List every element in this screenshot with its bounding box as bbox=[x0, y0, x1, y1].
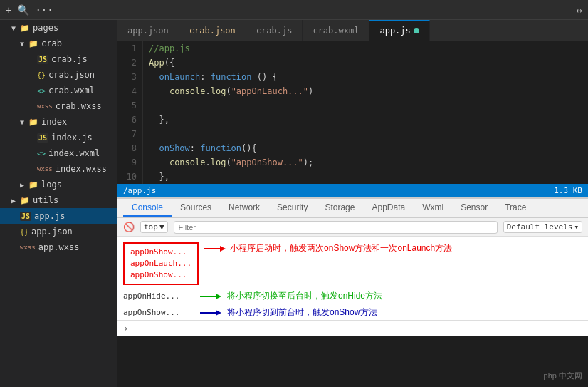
search-icon[interactable]: 🔍 bbox=[17, 4, 29, 16]
line-numbers: 12345 678910 1112131415 bbox=[117, 41, 143, 184]
sidebar-item-index[interactable]: ▼ 📁 index bbox=[0, 114, 117, 130]
json-icon: {} bbox=[37, 71, 46, 79]
arrow-icon: ▼ bbox=[11, 24, 20, 32]
levels-select[interactable]: Default levels ▾ bbox=[503, 221, 582, 233]
context-select[interactable]: top ▼ bbox=[140, 221, 168, 233]
sidebar-item-label: crab.json bbox=[48, 70, 95, 80]
folder-icon: 📁 bbox=[28, 180, 38, 190]
green-arrow-icon bbox=[200, 292, 221, 301]
sidebar-item-label: crab.wxml bbox=[48, 86, 95, 96]
devtools-tab-bar: Console Sources Network Security Storage… bbox=[117, 198, 588, 218]
log-item: appOnShow... bbox=[130, 269, 191, 281]
add-icon[interactable]: + bbox=[6, 4, 11, 16]
sidebar-item-logs[interactable]: ▶ 📁 logs bbox=[0, 177, 117, 192]
main-area: ▼ 📁 pages ▼ 📁 crab JS crab.js {} crab.js… bbox=[0, 20, 588, 387]
sidebar-item-crab[interactable]: ▼ 📁 crab bbox=[0, 36, 117, 51]
tab-app-json[interactable]: app.json bbox=[117, 20, 179, 41]
sidebar-item-crab-json[interactable]: {} crab.json bbox=[0, 67, 117, 83]
sidebar-item-label: logs bbox=[41, 180, 62, 190]
dt-tab-storage[interactable]: Storage bbox=[316, 200, 363, 217]
console-clear-button[interactable]: 🚫 bbox=[123, 222, 135, 232]
tab-app-js[interactable]: app.js bbox=[369, 20, 429, 41]
folder-icon: 📁 bbox=[28, 39, 38, 48]
wxml-icon: <> bbox=[37, 87, 46, 95]
folder-icon: 📁 bbox=[20, 24, 30, 33]
sidebar-item-label: index.wxml bbox=[48, 148, 100, 158]
code-editor: 12345 678910 1112131415 //app.js App({ o… bbox=[117, 41, 588, 184]
annotation-blue: 将小程序切到前台时，触发onShow方法 bbox=[227, 306, 377, 319]
dt-tab-appdata[interactable]: AppData bbox=[363, 200, 414, 217]
sidebar-item-label: app.json bbox=[31, 227, 73, 237]
sidebar-item-app-js[interactable]: JS app.js bbox=[0, 208, 117, 224]
dt-tab-wxml[interactable]: Wxml bbox=[414, 200, 452, 217]
sidebar-item-label: pages bbox=[33, 23, 58, 33]
file-path: /app.js bbox=[123, 186, 156, 195]
sidebar-item-label: index bbox=[41, 117, 67, 127]
wxss-icon: wxss bbox=[37, 165, 53, 172]
filter-input[interactable] bbox=[174, 221, 498, 234]
console-input-bar: › bbox=[117, 320, 588, 336]
js-icon: JS bbox=[20, 212, 31, 221]
blue-arrow-icon bbox=[200, 309, 221, 317]
sidebar-item-crab-wxss[interactable]: wxss crab.wxss bbox=[0, 98, 117, 114]
console-prompt: › bbox=[123, 323, 129, 334]
dt-tab-sources[interactable]: Sources bbox=[172, 200, 220, 217]
annotation-red: 小程序启动时，触发两次onShow方法和一次onLaunch方法 bbox=[230, 242, 452, 254]
sidebar-item-app-wxss[interactable]: wxss app.wxss bbox=[0, 239, 117, 255]
dt-tab-trace[interactable]: Trace bbox=[496, 200, 535, 217]
more-icon[interactable]: ··· bbox=[35, 4, 53, 16]
editor-area: app.json crab.json crab.js crab.wxml app… bbox=[117, 20, 588, 387]
sidebar-item-app-json[interactable]: {} app.json bbox=[0, 224, 117, 239]
code-content: //app.js App({ onLaunch: function () { c… bbox=[143, 41, 588, 184]
wxss-icon: wxss bbox=[20, 244, 36, 251]
active-tab-indicator bbox=[414, 28, 419, 33]
dt-tab-network[interactable]: Network bbox=[220, 200, 268, 217]
console-area: 🚫 top ▼ Default levels ▾ bbox=[117, 218, 588, 336]
js-icon: JS bbox=[37, 133, 48, 143]
arrow-icon: ▼ bbox=[20, 118, 28, 126]
json-icon: {} bbox=[20, 228, 28, 236]
annotation-green: 将小程序切换至后台时，触发onHide方法 bbox=[227, 290, 382, 302]
sidebar-item-utils[interactable]: ▶ 📁 utils bbox=[0, 192, 117, 208]
tab-crab-wxml[interactable]: crab.wxml bbox=[303, 20, 369, 41]
tab-crab-js[interactable]: crab.js bbox=[246, 20, 303, 41]
sidebar-item-pages[interactable]: ▼ 📁 pages bbox=[0, 20, 117, 36]
arrow-icon: ▶ bbox=[20, 181, 28, 189]
dropdown-arrow: ▾ bbox=[574, 222, 579, 232]
sidebar-item-label: index.js bbox=[51, 133, 93, 143]
dt-tab-security[interactable]: Security bbox=[268, 200, 316, 217]
bottom-panel: Console Sources Network Security Storage… bbox=[117, 197, 588, 336]
log-item: appOnShow... bbox=[130, 247, 191, 258]
arrow-icon: ▶ bbox=[11, 197, 20, 205]
sidebar-item-label: crab.js bbox=[51, 54, 88, 64]
wxss-icon: wxss bbox=[37, 103, 53, 110]
tab-bar: app.json crab.json crab.js crab.wxml app… bbox=[117, 20, 588, 41]
tab-crab-json[interactable]: crab.json bbox=[179, 20, 246, 41]
console-output: appOnShow... appOnLauch... appOnShow... … bbox=[117, 237, 588, 320]
status-bar: /app.js 1.3 KB bbox=[117, 184, 588, 197]
log-item-hide: appOnHide... bbox=[123, 291, 194, 302]
log-item: appOnLauch... bbox=[130, 258, 191, 269]
sidebar-item-label: app.wxss bbox=[38, 242, 80, 252]
js-icon: JS bbox=[37, 55, 48, 64]
sidebar-item-index-js[interactable]: JS index.js bbox=[0, 130, 117, 145]
dt-tab-console[interactable]: Console bbox=[123, 200, 172, 217]
arrow-icon: ▼ bbox=[20, 40, 28, 48]
dropdown-arrow: ▼ bbox=[159, 222, 164, 232]
split-icon[interactable]: ↔ bbox=[577, 4, 582, 16]
sidebar-item-crab-js[interactable]: JS crab.js bbox=[0, 51, 117, 67]
folder-icon: 📁 bbox=[20, 196, 30, 205]
sidebar-item-label: crab bbox=[41, 38, 62, 48]
sidebar-item-crab-wxml[interactable]: <> crab.wxml bbox=[0, 83, 117, 98]
dt-tab-sensor[interactable]: Sensor bbox=[452, 200, 496, 217]
file-size: 1.3 KB bbox=[554, 186, 582, 195]
log-item-show2: appOnShow... bbox=[123, 307, 194, 319]
console-toolbar: 🚫 top ▼ Default levels ▾ bbox=[117, 218, 588, 237]
sidebar-item-label: app.js bbox=[34, 211, 65, 221]
svg-marker-5 bbox=[216, 310, 221, 316]
console-input[interactable] bbox=[133, 324, 582, 334]
sidebar-item-index-wxml[interactable]: <> index.wxml bbox=[0, 145, 117, 161]
svg-marker-1 bbox=[220, 246, 226, 252]
sidebar-item-index-wxss[interactable]: wxss index.wxss bbox=[0, 161, 117, 177]
wxml-icon: <> bbox=[37, 150, 46, 158]
